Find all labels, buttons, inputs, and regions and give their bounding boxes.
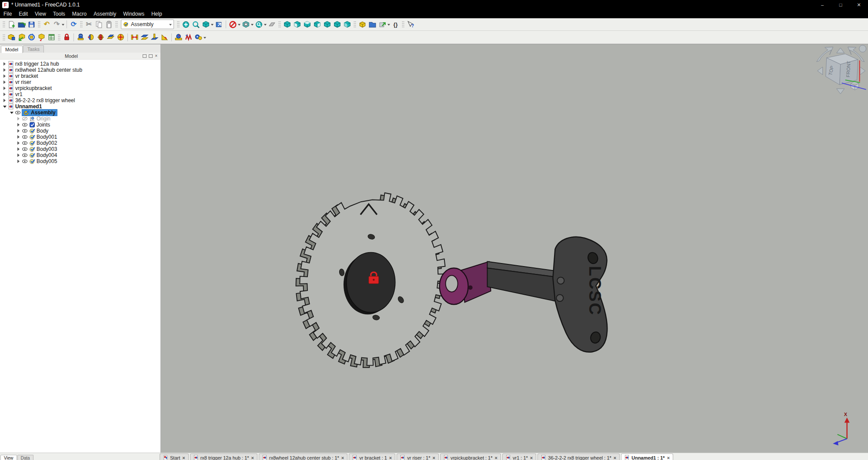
planar-joint-button[interactable] [106, 32, 116, 42]
copy-button[interactable] [94, 20, 104, 30]
tab-close-icon[interactable]: × [341, 455, 344, 460]
tab-close-icon[interactable]: × [389, 455, 392, 460]
tree-item-origin[interactable]: Origin [0, 116, 160, 122]
eye-icon[interactable] [22, 146, 28, 152]
3d-viewport[interactable]: LCSC TOP FRONT [161, 44, 868, 453]
tree-item[interactable]: vr bracket [0, 73, 160, 79]
fit-all-button[interactable] [181, 20, 191, 30]
tree-item-body005[interactable]: Body005 [0, 158, 160, 164]
menu-view[interactable]: View [31, 10, 50, 18]
whats-this-button[interactable]: ? [406, 20, 416, 30]
save-document-button[interactable] [27, 20, 37, 30]
make-link-button[interactable] [377, 20, 387, 30]
view-isometric-button[interactable] [282, 20, 292, 30]
toolbar-grip[interactable] [3, 34, 5, 41]
gears-joint-button[interactable] [194, 32, 204, 42]
axonometric-dropdown[interactable] [211, 24, 214, 27]
toolbar-grip[interactable] [177, 21, 180, 28]
tree-item-body001[interactable]: Body001 [0, 134, 160, 140]
insert-component-button[interactable] [17, 32, 27, 42]
view-right-button[interactable] [312, 20, 322, 30]
menu-assembly[interactable]: Assembly [90, 10, 120, 18]
toolbar-grip[interactable] [58, 34, 60, 41]
tree-item[interactable]: rx8wheel 12ahub center stub [0, 67, 160, 73]
toolbar-grip[interactable] [402, 21, 404, 28]
doc-tab[interactable]: rx8 trigger 12a hub : 1*× [190, 453, 257, 460]
refresh-button[interactable]: ⟳ [69, 20, 79, 30]
eye-icon[interactable] [22, 128, 28, 134]
toolbar-grip[interactable] [80, 21, 83, 28]
toolbar-grip[interactable] [278, 21, 281, 28]
view-front-button[interactable] [292, 20, 302, 30]
tab-close-icon[interactable]: × [432, 455, 435, 460]
nav-home-button[interactable] [859, 45, 866, 52]
nav-down-arrow[interactable] [837, 89, 845, 94]
zoom-view-button[interactable] [254, 20, 264, 30]
perpendicular-joint-button[interactable] [150, 32, 160, 42]
toolbar-grip[interactable] [115, 21, 118, 28]
tree-item-joints[interactable]: Joints [0, 122, 160, 128]
clipping-plane-button[interactable] [267, 20, 277, 30]
menu-edit[interactable]: Edit [15, 10, 31, 18]
view-left-button[interactable] [342, 20, 352, 30]
lcsc-bracket-part[interactable]: LCSC [553, 237, 607, 352]
eye-icon[interactable] [22, 158, 28, 164]
view-bottom-button[interactable] [332, 20, 342, 30]
revolute-joint-button[interactable] [86, 32, 96, 42]
texture-view-dropdown[interactable] [251, 24, 254, 27]
arm-part[interactable] [487, 261, 557, 301]
solve-assembly-button[interactable] [27, 32, 37, 42]
angle-joint-button[interactable] [160, 32, 170, 42]
make-link-dropdown[interactable] [387, 24, 390, 27]
tree-item-body004[interactable]: Body004 [0, 152, 160, 158]
undo-button[interactable]: ↶ [42, 20, 52, 30]
fixed-joint-button[interactable] [76, 32, 86, 42]
tree-item-body003[interactable]: Body003 [0, 146, 160, 152]
paste-button[interactable] [104, 20, 114, 30]
doc-tab[interactable]: vr riser : 1*× [397, 453, 439, 460]
3d-scene[interactable]: LCSC TOP FRONT [161, 44, 868, 453]
toggle-grounded-button[interactable] [62, 32, 72, 42]
doc-tab[interactable]: 36-2-2-2 rx8 trigger wheel : 1*× [537, 453, 620, 460]
toolbar-grip[interactable] [3, 21, 5, 28]
panel-dock-icon[interactable] [149, 54, 153, 58]
menu-tools[interactable]: Tools [50, 10, 69, 18]
doc-tab-active[interactable]: Unnamed1 : 1*× [621, 453, 673, 460]
nav-left-arrow[interactable] [818, 67, 823, 75]
tree-item[interactable]: vr1 [0, 91, 160, 97]
fit-selection-button[interactable] [191, 20, 201, 30]
rack-pinion-joint-button[interactable] [174, 32, 184, 42]
redo-dropdown[interactable] [62, 24, 64, 27]
eye-icon[interactable] [22, 122, 28, 128]
doc-tab-start[interactable]: Start× [160, 453, 189, 460]
eye-icon[interactable] [22, 140, 28, 146]
doc-tab[interactable]: vr1 : 1*× [502, 453, 536, 460]
eye-icon[interactable] [15, 110, 21, 116]
pickup-bracket-part[interactable] [440, 261, 491, 304]
tab-close-icon[interactable]: × [614, 455, 616, 460]
create-group-button[interactable] [367, 20, 377, 30]
tree-item-body002[interactable]: Body002 [0, 140, 160, 146]
nav-up-arrow[interactable] [837, 48, 845, 53]
tab-tasks[interactable]: Tasks [23, 45, 44, 53]
doc-tab[interactable]: vrpickupbracket : 1*× [440, 453, 501, 460]
cut-button[interactable]: ✂ [84, 20, 94, 30]
eye-off-icon[interactable] [22, 116, 28, 122]
toolbar-grip[interactable] [38, 21, 40, 28]
toolbar-grip[interactable] [354, 21, 356, 28]
tab-close-icon[interactable]: × [667, 455, 670, 460]
tab-close-icon[interactable]: × [495, 455, 497, 460]
tree-item-assembly[interactable]: Assembly [0, 110, 160, 116]
axonometric-view-button[interactable] [201, 20, 211, 30]
menu-help[interactable]: Help [148, 10, 166, 18]
workbench-selector[interactable]: Assembly [121, 20, 174, 29]
tree-item-body[interactable]: Body [0, 128, 160, 134]
tab-data[interactable]: Data [17, 455, 33, 460]
eye-icon[interactable] [22, 134, 28, 140]
tree-item[interactable]: vr riser [0, 79, 160, 85]
view-top-button[interactable] [302, 20, 312, 30]
tab-close-icon[interactable]: × [530, 455, 533, 460]
create-assembly-button[interactable] [7, 32, 17, 42]
draw-style-button[interactable] [228, 20, 238, 30]
bill-of-materials-button[interactable] [47, 32, 57, 42]
